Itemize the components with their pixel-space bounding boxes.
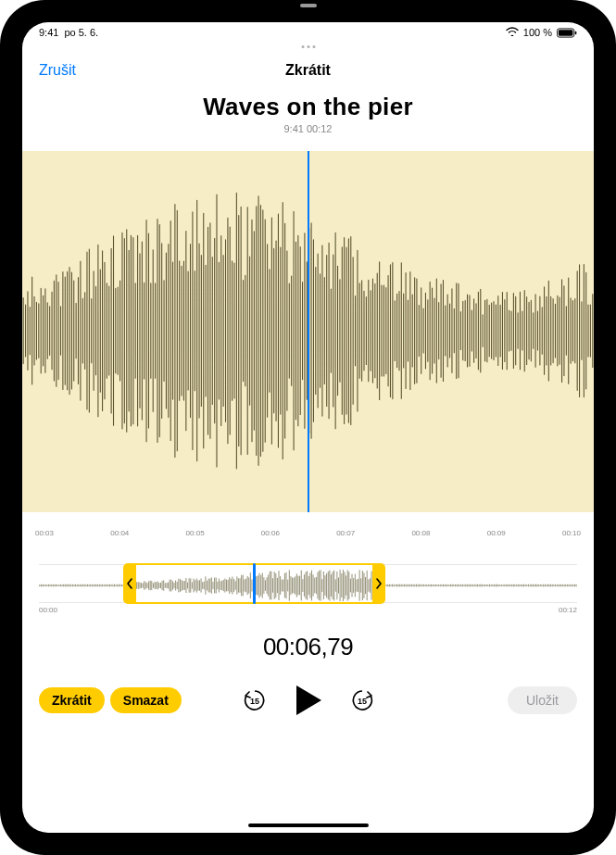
status-bar: 9:41 po 5. 6. 100 %	[22, 22, 594, 43]
skip-back-15-button[interactable]: 15	[242, 687, 268, 713]
skip-fwd-seconds: 15	[357, 697, 366, 706]
play-button[interactable]	[294, 684, 323, 717]
nav-title: Zkrátit	[285, 62, 331, 79]
save-button[interactable]: Uložit	[508, 686, 577, 714]
wifi-icon	[506, 27, 519, 38]
overview-playhead[interactable]	[253, 563, 256, 604]
window-drag-indicator-icon	[301, 45, 315, 48]
device-top-indicator	[300, 4, 317, 7]
nav-bar: Zrušit Zkrátit	[22, 56, 594, 85]
trim-button[interactable]: Zkrátit	[39, 687, 105, 713]
ruler-tick: 00:10	[562, 529, 581, 540]
recording-title[interactable]: Waves on the pier	[22, 93, 594, 121]
recording-meta: 9:41 00:12	[22, 123, 594, 134]
ruler-tick: 00:03	[35, 529, 54, 540]
cancel-button[interactable]: Zrušit	[39, 62, 76, 79]
home-indicator[interactable]	[248, 824, 369, 827]
ruler-tick: 00:04	[110, 529, 129, 540]
battery-icon	[557, 28, 577, 38]
ruler-tick: 00:07	[336, 529, 355, 540]
skip-back-seconds: 15	[249, 697, 258, 706]
toolbar: Zkrátit Smazat 15	[22, 678, 594, 723]
overview-start-time: 00:00	[39, 606, 57, 614]
playhead[interactable]	[308, 151, 309, 512]
svg-rect-2	[575, 31, 577, 34]
delete-button[interactable]: Smazat	[110, 687, 182, 713]
waveform-view[interactable]	[22, 151, 594, 512]
svg-rect-1	[559, 30, 573, 35]
status-time: 9:41	[39, 27, 58, 38]
trim-handle-start[interactable]	[123, 563, 136, 604]
ruler-tick: 00:08	[411, 529, 430, 540]
ruler-tick: 00:05	[186, 529, 205, 540]
trim-handle-end[interactable]	[372, 563, 385, 604]
playback-time: 00:06,79	[22, 633, 594, 661]
time-ruler: 00:0300:0400:0500:0600:0700:0800:0900:10	[22, 529, 594, 540]
battery-percent: 100 %	[523, 27, 552, 38]
overview-track[interactable]	[39, 564, 577, 603]
status-date: po 5. 6.	[64, 27, 98, 38]
ruler-tick: 00:06	[261, 529, 280, 540]
overview-ruler: 00:00 00:12	[39, 606, 577, 614]
skip-forward-15-button[interactable]: 15	[349, 687, 375, 713]
ruler-tick: 00:09	[487, 529, 506, 540]
overview-end-time: 00:12	[559, 606, 577, 614]
